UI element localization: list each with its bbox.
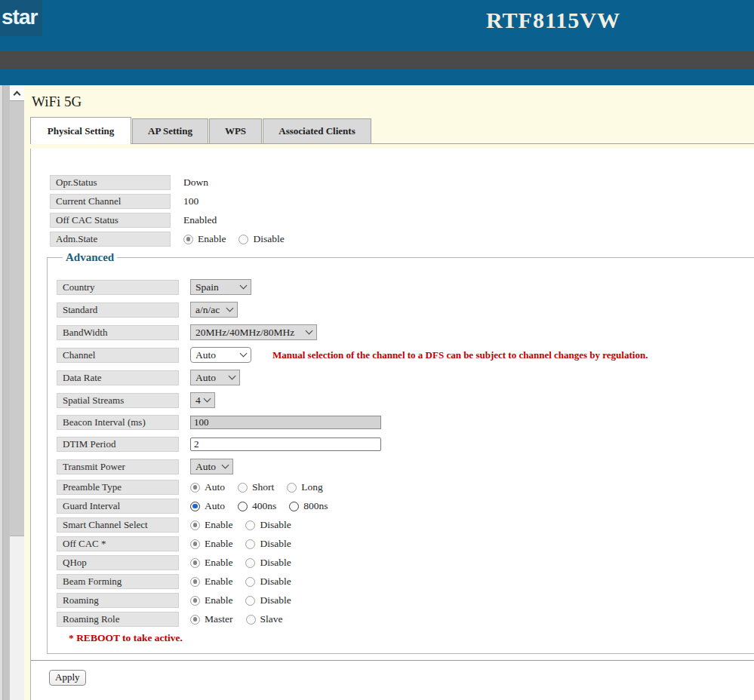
vertical-scrollbar[interactable] (10, 85, 24, 700)
roaming-role-slave-radio[interactable]: Slave (246, 613, 283, 625)
radio-icon (245, 558, 255, 568)
row-dtim-period: DTIM Period (57, 437, 754, 452)
data-rate-label: Data Rate (57, 370, 179, 385)
beam-forming-enable-radio[interactable]: Enable (190, 576, 232, 588)
smart-channel-label: Smart Channel Select (57, 517, 179, 533)
row-roaming: Roaming Enable Disable (57, 594, 754, 606)
dtim-period-label: DTIM Period (57, 437, 179, 452)
radio-icon (239, 235, 248, 244)
main-content: WiFi 5G Physical Setting AP Setting WPS … (24, 85, 754, 700)
data-rate-select[interactable]: Auto (190, 370, 240, 385)
row-channel: Channel Auto Manual selection of the cha… (57, 347, 754, 363)
apply-button[interactable]: Apply (49, 670, 86, 686)
qhop-label: QHop (57, 555, 179, 570)
row-preamble-type: Preamble Type Auto Short Long (57, 481, 754, 493)
chevron-down-icon (226, 305, 234, 312)
preamble-long-radio[interactable]: Long (287, 481, 323, 493)
smart-channel-enable-radio[interactable]: Enable (190, 519, 232, 531)
preamble-type-label: Preamble Type (57, 480, 179, 495)
bandwidth-select[interactable]: 20MHz/40MHz/80MHz (190, 324, 317, 340)
dtim-period-input[interactable] (190, 438, 381, 451)
row-off-cac: Off CAC * Enable Disable (57, 538, 754, 550)
row-beam-forming: Beam Forming Enable Disable (57, 576, 754, 588)
row-transmit-power: Transmit Power Auto (57, 459, 754, 474)
chevron-down-icon (204, 395, 211, 403)
off-cac-disable-radio[interactable]: Disable (245, 538, 291, 550)
country-select[interactable]: Spain (190, 279, 251, 295)
physical-setting-panel: Opr.Status Down Current Channel 100 Off … (31, 149, 754, 661)
radio-icon (190, 483, 200, 493)
roaming-disable-radio[interactable]: Disable (245, 594, 291, 606)
row-current-channel: Current Channel 100 (50, 194, 754, 209)
row-opr-status: Opr.Status Down (50, 175, 754, 190)
reboot-note: * REBOOT to take active. (69, 632, 754, 644)
qhop-disable-radio[interactable]: Disable (245, 557, 291, 569)
radio-icon (238, 502, 248, 511)
radio-icon (190, 615, 200, 625)
guard-auto-radio[interactable]: Auto (190, 500, 225, 512)
row-standard: Standard a/n/ac (57, 302, 754, 318)
radio-icon (190, 520, 200, 530)
preamble-short-radio[interactable]: Short (238, 481, 274, 493)
chevron-down-icon (229, 373, 236, 380)
page-title: WiFi 5G (32, 94, 82, 110)
tab-bar: Physical Setting AP Setting WPS Associat… (30, 117, 754, 144)
spatial-streams-label: Spatial Streams (57, 393, 179, 408)
current-channel-label: Current Channel (50, 194, 171, 209)
country-label: Country (57, 280, 179, 295)
chevron-up-icon (14, 91, 21, 98)
advanced-section: Advanced Country Spain Standard a/n/ (47, 251, 754, 654)
tab-physical-setting[interactable]: Physical Setting (30, 117, 131, 144)
transmit-power-label: Transmit Power (57, 459, 179, 474)
beam-forming-disable-radio[interactable]: Disable (245, 576, 291, 588)
chevron-down-icon (222, 462, 229, 469)
row-qhop: QHop Enable Disable (57, 557, 754, 569)
row-bandwidth: BandWidth 20MHz/40MHz/80MHz (57, 324, 754, 340)
radio-icon (245, 520, 255, 530)
standard-select[interactable]: a/n/ac (190, 302, 238, 318)
radio-icon (245, 577, 255, 587)
radio-icon (190, 577, 200, 587)
scroll-up-button[interactable] (10, 85, 24, 100)
preamble-auto-radio[interactable]: Auto (190, 481, 225, 493)
beacon-interval-input[interactable] (190, 416, 381, 429)
chevron-down-icon (240, 282, 248, 290)
row-spatial-streams: Spatial Streams 4 (57, 392, 754, 408)
radio-icon (246, 615, 256, 625)
transmit-power-select[interactable]: Auto (190, 459, 233, 474)
row-beacon-interval: Beacon Interval (ms) (57, 415, 754, 430)
radio-icon (190, 558, 200, 568)
opr-status-label: Opr.Status (50, 175, 171, 190)
chevron-down-icon (306, 327, 313, 335)
adm-state-disable-radio[interactable]: Disable (239, 233, 284, 245)
tab-wps[interactable]: WPS (209, 118, 262, 143)
smart-channel-disable-radio[interactable]: Disable (245, 519, 291, 531)
spatial-streams-select[interactable]: 4 (190, 392, 215, 408)
row-country: Country Spain (57, 279, 754, 295)
radio-icon (183, 235, 193, 244)
adm-state-enable-radio[interactable]: Enable (183, 233, 226, 245)
beacon-interval-label: Beacon Interval (ms) (57, 415, 179, 430)
brand-logo: star (0, 0, 42, 36)
qhop-enable-radio[interactable]: Enable (190, 557, 232, 569)
off-cac-label: Off CAC * (57, 536, 179, 551)
device-model-title: RTF8115VW (486, 8, 620, 33)
row-smart-channel-select: Smart Channel Select Enable Disable (57, 519, 754, 531)
off-cac-status-value: Enabled (183, 214, 217, 226)
off-cac-enable-radio[interactable]: Enable (190, 538, 232, 550)
roaming-role-master-radio[interactable]: Master (190, 613, 233, 625)
tab-ap-setting[interactable]: AP Setting (132, 118, 208, 143)
radio-icon (238, 483, 248, 493)
guard-400ns-radio[interactable]: 400ns (238, 500, 276, 512)
roaming-enable-radio[interactable]: Enable (190, 594, 232, 606)
beam-forming-label: Beam Forming (57, 574, 179, 589)
channel-select[interactable]: Auto (190, 347, 251, 363)
guard-800ns-radio[interactable]: 800ns (289, 500, 328, 512)
row-guard-interval: Guard Interval Auto 400ns 800ns (57, 500, 754, 512)
radio-icon (289, 502, 299, 511)
radio-icon (190, 596, 200, 606)
tab-associated-clients[interactable]: Associated Clients (263, 118, 371, 143)
channel-label: Channel (57, 348, 179, 363)
scrollbar-thumb[interactable] (10, 100, 24, 536)
collapsed-menu-frame (0, 85, 10, 700)
